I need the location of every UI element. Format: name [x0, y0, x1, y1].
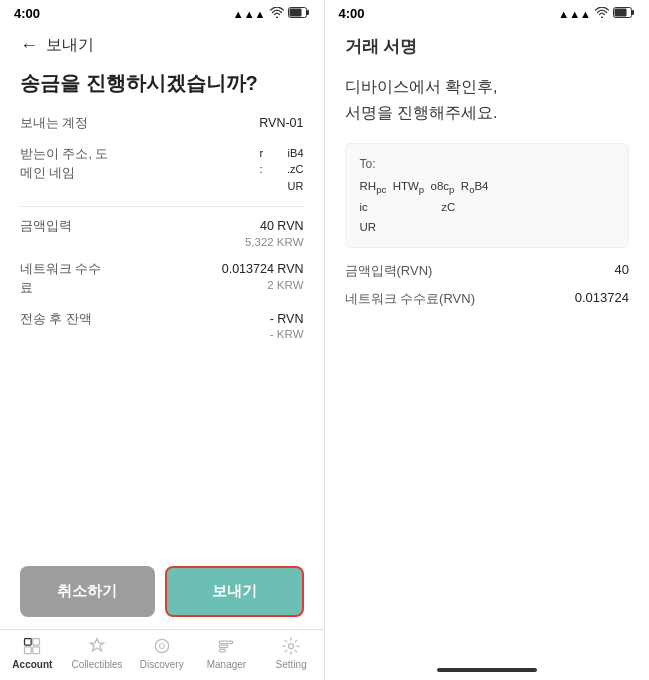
svg-rect-14 — [615, 9, 627, 17]
tab-discovery-label: Discovery — [140, 659, 184, 670]
status-time-left: 4:00 — [14, 6, 40, 21]
left-screen: 4:00 ▲▲▲ ← — [0, 0, 325, 680]
battery-icon-right — [613, 7, 635, 20]
address-label: 받는이 주소, 도메인 네임 — [20, 145, 110, 183]
address-block: To: RHpc HTWp o8cp RoB4 ic zC UR — [345, 143, 630, 248]
balance-rvn: - RVN — [270, 310, 304, 329]
home-indicator-right — [437, 668, 537, 672]
divider-1 — [20, 206, 304, 207]
left-content: ← 보내기 송금을 진행하시겠습니까? 보내는 계정 RVN-01 받는이 주소… — [0, 25, 324, 546]
page-title-left: 송금을 진행하시겠습니까? — [20, 70, 304, 96]
svg-rect-4 — [33, 639, 40, 646]
right-fee-value: 0.013724 — [575, 290, 629, 308]
battery-icon — [288, 7, 310, 20]
signal-icon-right: ▲▲▲ — [558, 8, 591, 20]
tab-setting-label: Setting — [276, 659, 307, 670]
right-fee-row: 네트워크 수수료(RVN) 0.013724 — [345, 290, 630, 308]
right-content: 거래 서명 디바이스에서 확인후,서명을 진행해주세요. To: RHpc HT… — [325, 25, 650, 355]
balance-label: 전송 후 잔액 — [20, 310, 110, 329]
svg-rect-8 — [220, 641, 233, 644]
status-bar-right: 4:00 ▲▲▲ — [325, 0, 650, 25]
svg-rect-3 — [25, 639, 32, 646]
tab-bar-left: Account Collectibles Discovery Manager — [0, 629, 324, 680]
info-row-amount: 금액입력 40 RVN 5,322 KRW — [20, 217, 304, 248]
amount-krw: 5,322 KRW — [245, 236, 304, 248]
wifi-icon-right — [595, 7, 609, 20]
tab-collectibles[interactable]: Collectibles — [65, 636, 130, 670]
fee-value: 0.013724 RVN — [222, 260, 304, 279]
address-line3: UR — [360, 218, 615, 238]
status-bar-left: 4:00 ▲▲▲ — [0, 0, 324, 25]
right-fee-label: 네트워크 수수료(RVN) — [345, 290, 475, 308]
status-time-right: 4:00 — [339, 6, 365, 21]
account-value: RVN-01 — [110, 114, 304, 133]
cancel-button[interactable]: 취소하기 — [20, 566, 155, 617]
svg-rect-13 — [632, 10, 635, 15]
svg-rect-9 — [220, 645, 228, 648]
right-amount-value: 40 — [615, 262, 629, 280]
status-icons-left: ▲▲▲ — [233, 7, 310, 20]
fee-label: 네트워크 수수료 — [20, 260, 110, 298]
svg-rect-10 — [220, 649, 226, 652]
tab-account[interactable]: Account — [0, 636, 65, 670]
page-title-right: 거래 서명 — [345, 35, 630, 58]
account-label: 보내는 계정 — [20, 114, 110, 133]
svg-point-7 — [155, 639, 168, 652]
back-arrow-icon[interactable]: ← — [20, 35, 38, 56]
tab-account-label: Account — [12, 659, 52, 670]
info-row-balance: 전송 후 잔액 - RVN - KRW — [20, 310, 304, 341]
tab-manager-label: Manager — [207, 659, 246, 670]
svg-rect-1 — [306, 10, 309, 15]
tab-discovery[interactable]: Discovery — [129, 636, 194, 670]
signal-icon: ▲▲▲ — [233, 8, 266, 20]
fee-krw: 2 KRW — [222, 279, 304, 291]
wifi-icon — [270, 7, 284, 20]
svg-rect-6 — [33, 647, 40, 654]
svg-point-11 — [289, 644, 294, 649]
address-line2: ic zC — [360, 198, 615, 218]
tab-manager[interactable]: Manager — [194, 636, 259, 670]
status-icons-right: ▲▲▲ — [558, 7, 635, 20]
info-row-account: 보내는 계정 RVN-01 — [20, 114, 304, 133]
right-amount-row: 금액입력(RVN) 40 — [345, 262, 630, 280]
balance-krw: - KRW — [270, 328, 304, 340]
back-row[interactable]: ← 보내기 — [20, 35, 304, 56]
svg-rect-5 — [25, 647, 32, 654]
info-row-address: 받는이 주소, 도메인 네임 r iB4 : .zC UR — [20, 145, 304, 195]
address-line1: RHpc HTWp o8cp RoB4 — [360, 177, 615, 199]
right-amount-label: 금액입력(RVN) — [345, 262, 433, 280]
amount-value: 40 RVN — [245, 217, 304, 236]
tab-collectibles-label: Collectibles — [71, 659, 122, 670]
right-screen: 4:00 ▲▲▲ 거래 서명 디바 — [325, 0, 650, 680]
sign-instruction: 디바이스에서 확인후,서명을 진행해주세요. — [345, 74, 630, 125]
button-row: 취소하기 보내기 — [0, 554, 324, 629]
info-row-fee: 네트워크 수수료 0.013724 RVN 2 KRW — [20, 260, 304, 298]
svg-rect-2 — [289, 9, 301, 17]
amount-label: 금액입력 — [20, 217, 110, 236]
address-value: r iB4 : .zC UR — [110, 145, 304, 195]
address-to-label: To: — [360, 154, 615, 174]
send-button[interactable]: 보내기 — [165, 566, 304, 617]
tab-setting[interactable]: Setting — [259, 636, 324, 670]
back-label: 보내기 — [46, 35, 94, 56]
